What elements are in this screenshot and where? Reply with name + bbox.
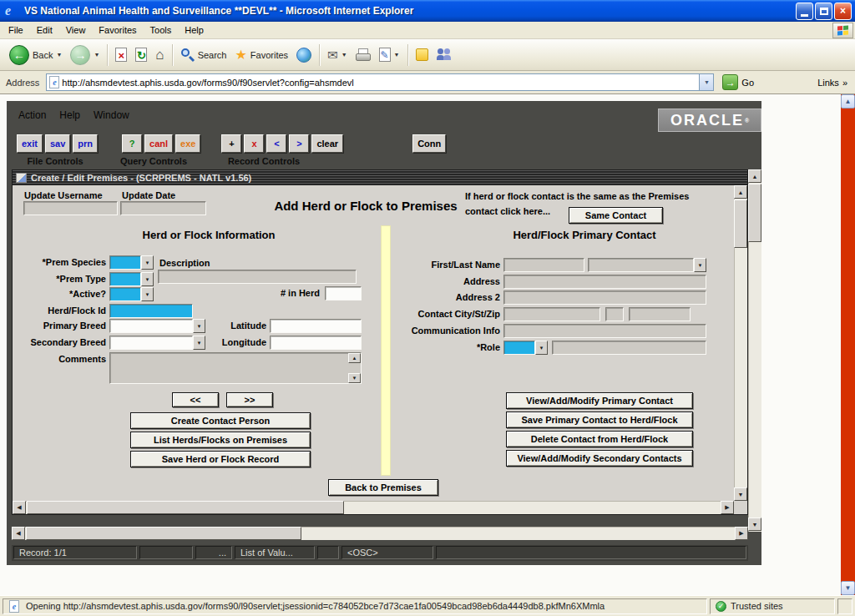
back-button[interactable]: ← Back ▼ [5, 42, 66, 68]
status-message: Opening http://ahsmdevtest.aphis.usda.go… [26, 601, 605, 611]
save-button[interactable]: sav [45, 134, 70, 153]
comments-scroll-up-button[interactable]: ▲ [348, 353, 361, 363]
menu-view[interactable]: View [59, 23, 93, 38]
canvas-scroll-up-button[interactable]: ▲ [734, 185, 747, 199]
connection-button[interactable]: Conn [412, 134, 446, 153]
search-button[interactable]: Search [176, 42, 231, 68]
previous-herd-button[interactable]: << [172, 392, 219, 407]
applet-scroll-up-button[interactable]: ▲ [748, 169, 761, 183]
name-dropdown[interactable]: ▼ [694, 258, 706, 272]
favorites-button[interactable]: ★ Favorites [230, 42, 292, 68]
canvas-scroll-left-button[interactable]: ◀ [13, 501, 26, 514]
applet-menu-help[interactable]: Help [59, 109, 80, 121]
forward-dropdown-icon[interactable]: ▼ [94, 52, 99, 58]
applet-scroll-down-button[interactable]: ▼ [748, 518, 761, 531]
next-herd-button[interactable]: >> [226, 392, 273, 407]
stop-button[interactable]: × [111, 42, 131, 68]
address-dropdown-button[interactable]: ▼ [699, 74, 713, 90]
maximize-button[interactable] [815, 3, 832, 20]
cancel-query-button[interactable]: canl [144, 134, 173, 153]
applet-horizontal-scroll-thumb[interactable] [26, 527, 301, 540]
home-button[interactable]: ⌂ [151, 42, 168, 68]
menu-file[interactable]: File [2, 23, 30, 38]
media-button[interactable] [292, 42, 316, 68]
comments-scroll-down-button[interactable]: ▼ [348, 373, 361, 383]
oracle-logo-text: ORACLE [670, 112, 744, 129]
longitude-field[interactable] [270, 336, 362, 350]
save-herd-flock-record-button[interactable]: Save Herd or Flock Record [130, 451, 311, 467]
primary-breed-dropdown[interactable]: ▼ [193, 319, 205, 333]
secondary-breed-field[interactable] [109, 336, 193, 350]
toolbar-separator [407, 44, 408, 66]
role-dropdown[interactable]: ▼ [535, 341, 548, 355]
execute-query-button[interactable]: exe [175, 134, 200, 153]
insert-record-button[interactable]: + [221, 134, 241, 153]
comments-field[interactable] [109, 352, 362, 384]
refresh-button[interactable]: ↻ [131, 42, 151, 68]
print-form-button[interactable]: prn [73, 134, 98, 153]
prem-type-dropdown[interactable]: ▼ [141, 272, 154, 286]
go-button[interactable]: → Go [719, 73, 757, 91]
same-contact-button[interactable]: Same Contact [569, 207, 663, 224]
delete-contact-button[interactable]: Delete Contact from Herd/Flock [506, 431, 693, 447]
update-date-label: Update Date [122, 190, 175, 200]
links-button[interactable]: Links » [817, 78, 851, 88]
mdi-titlebar[interactable]: Create / Edit Premises - (SCRPREMS - NAT… [13, 170, 747, 185]
role-field[interactable] [503, 341, 535, 355]
record-indicator: Record: 1/1 [13, 546, 137, 559]
view-add-modify-secondary-contacts-button[interactable]: View/Add/Modify Secondary Contacts [506, 450, 693, 467]
mail-dropdown-icon[interactable]: ▼ [341, 52, 347, 58]
back-to-premises-button[interactable]: Back to Premises [328, 479, 438, 496]
prem-species-dropdown[interactable]: ▼ [141, 255, 154, 270]
messenger-button[interactable] [412, 42, 433, 68]
save-primary-contact-button[interactable]: Save Primary Contact to Herd/Flock [506, 412, 693, 428]
discuss-button[interactable] [433, 42, 457, 68]
resize-grip[interactable] [837, 598, 852, 614]
mail-button[interactable]: ✉ ▼ [323, 42, 352, 68]
menu-tools[interactable]: Tools [144, 23, 179, 38]
next-record-button[interactable]: > [289, 134, 309, 153]
secondary-breed-dropdown[interactable]: ▼ [193, 336, 205, 350]
applet-scroll-right-button[interactable]: ▶ [735, 527, 748, 540]
primary-breed-field[interactable] [109, 319, 193, 333]
delete-record-button[interactable]: x [244, 134, 264, 153]
forward-button[interactable]: → ▼ [66, 42, 104, 68]
menu-edit[interactable]: Edit [30, 23, 59, 38]
edit-dropdown-icon[interactable]: ▼ [394, 52, 400, 58]
canvas-vertical-scroll-thumb[interactable] [734, 199, 747, 248]
latitude-field[interactable] [270, 319, 362, 333]
search-icon [180, 48, 195, 62]
view-add-modify-primary-contact-button[interactable]: View/Add/Modify Primary Contact [506, 392, 693, 409]
applet-vertical-scroll-thumb[interactable] [748, 184, 761, 242]
back-dropdown-icon[interactable]: ▼ [56, 52, 62, 58]
print-button[interactable] [352, 42, 375, 68]
canvas-horizontal-scroll-thumb[interactable] [27, 501, 344, 514]
applet-scroll-left-button[interactable]: ◀ [12, 527, 25, 540]
list-herds-flocks-button[interactable]: List Herds/Flocks on Premises [130, 432, 311, 448]
browser-scroll-up-button[interactable]: ▲ [841, 94, 855, 109]
prem-species-field[interactable] [109, 255, 141, 270]
active-field[interactable] [109, 287, 141, 301]
prem-type-field[interactable] [109, 272, 141, 286]
menu-help[interactable]: Help [178, 23, 210, 38]
browser-scroll-down-button[interactable]: ▼ [841, 581, 855, 595]
edit-button[interactable]: ✎ ▼ [375, 42, 404, 68]
herd-flock-id-field[interactable] [109, 304, 193, 318]
menu-favorites[interactable]: Favorites [92, 23, 143, 38]
canvas-scroll-right-button[interactable]: ▶ [721, 501, 734, 514]
window-titlebar[interactable]: e VS National Animal Health and Surveill… [0, 0, 855, 22]
canvas-scroll-down-button[interactable]: ▼ [734, 487, 747, 501]
in-herd-field[interactable] [325, 286, 362, 300]
address-input[interactable] [62, 75, 699, 89]
browser-vertical-scrollbar[interactable]: ▲ ▼ [841, 94, 855, 595]
exit-button[interactable]: exit [17, 134, 43, 153]
create-contact-person-button[interactable]: Create Contact Person [130, 412, 311, 429]
active-dropdown[interactable]: ▼ [141, 287, 154, 301]
applet-menu-action[interactable]: Action [18, 109, 46, 121]
enter-query-button[interactable]: ? [122, 134, 142, 153]
applet-menu-window[interactable]: Window [94, 109, 129, 121]
previous-record-button[interactable]: < [266, 134, 286, 153]
minimize-button[interactable] [796, 3, 813, 20]
close-button[interactable]: × [834, 3, 852, 20]
clear-record-button[interactable]: clear [311, 134, 343, 153]
